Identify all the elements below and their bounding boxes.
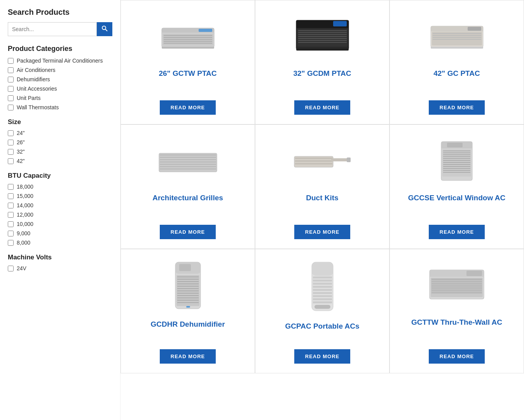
read-more-button[interactable]: READ MORE: [429, 349, 485, 364]
category-checkbox[interactable]: [8, 95, 14, 101]
category-checkbox[interactable]: [8, 86, 14, 92]
btu-item: 18,000: [8, 184, 112, 190]
size-checkbox[interactable]: [8, 149, 14, 155]
svg-rect-102: [431, 292, 482, 293]
category-item: Wall Thermostats: [8, 104, 112, 110]
svg-rect-10: [199, 29, 212, 32]
read-more-button[interactable]: READ MORE: [160, 349, 216, 364]
svg-rect-59: [443, 168, 470, 169]
svg-rect-83: [313, 280, 332, 282]
svg-rect-96: [431, 281, 482, 282]
search-row: [8, 22, 112, 36]
btu-item: 14,000: [8, 202, 112, 208]
svg-rect-99: [431, 287, 482, 287]
volts-checkbox[interactable]: [8, 266, 14, 271]
svg-rect-76: [177, 300, 199, 301]
volts-label: 24V: [17, 265, 26, 271]
btu-checkbox[interactable]: [8, 221, 14, 227]
size-checkbox[interactable]: [8, 140, 14, 145]
btu-checkbox[interactable]: [8, 240, 14, 246]
svg-rect-61: [443, 172, 470, 173]
read-more-button[interactable]: READ MORE: [429, 100, 485, 115]
svg-rect-60: [443, 170, 470, 171]
size-title: Size: [8, 118, 112, 126]
svg-rect-103: [466, 271, 482, 276]
product-image-area: [129, 260, 247, 313]
btu-item: 10,000: [8, 221, 112, 227]
btu-checkbox[interactable]: [8, 203, 14, 208]
svg-rect-27: [433, 33, 481, 34]
product-categories-title: Product Categories: [8, 45, 112, 53]
read-more-button[interactable]: READ MORE: [160, 225, 216, 239]
svg-rect-67: [177, 279, 199, 280]
svg-rect-55: [443, 160, 470, 161]
product-image-area: [263, 260, 381, 315]
svg-rect-52: [443, 154, 470, 155]
category-label: Packaged Terminal Air Conditioners: [17, 58, 103, 64]
btu-checkbox[interactable]: [8, 231, 14, 236]
size-item: 26": [8, 139, 112, 145]
category-checkbox[interactable]: [8, 77, 14, 82]
product-card: 26" GCTW PTAC READ MORE: [121, 0, 255, 124]
svg-rect-44: [295, 163, 332, 164]
svg-rect-31: [468, 27, 481, 31]
svg-rect-78: [186, 306, 190, 308]
product-title: GCDHR Dehumidifier: [150, 320, 225, 329]
svg-rect-46: [347, 158, 351, 162]
btu-label: 10,000: [17, 221, 33, 227]
category-checkbox[interactable]: [8, 58, 14, 64]
svg-rect-8: [164, 41, 212, 42]
svg-rect-75: [177, 298, 199, 298]
svg-rect-43: [295, 160, 332, 162]
svg-rect-90: [313, 301, 332, 303]
read-more-button[interactable]: READ MORE: [294, 100, 350, 115]
search-input[interactable]: [8, 22, 97, 36]
svg-rect-89: [313, 298, 332, 300]
category-checkbox[interactable]: [8, 67, 14, 73]
category-checkbox[interactable]: [8, 105, 14, 110]
categories-list: Packaged Terminal Air ConditionersAir Co…: [8, 58, 112, 110]
btu-label: 8,000: [17, 240, 30, 246]
svg-rect-88: [313, 295, 332, 297]
product-image: [433, 138, 480, 184]
svg-rect-5: [164, 35, 212, 36]
read-more-button[interactable]: READ MORE: [294, 349, 350, 364]
svg-rect-71: [177, 288, 199, 289]
read-more-button[interactable]: READ MORE: [429, 225, 485, 239]
svg-rect-91: [314, 305, 330, 309]
btu-title: BTU Capacity: [8, 172, 112, 180]
size-label: 32": [17, 149, 25, 155]
svg-rect-97: [431, 283, 482, 284]
svg-rect-18: [298, 36, 347, 37]
svg-rect-58: [443, 166, 470, 167]
btu-label: 12,000: [17, 212, 33, 218]
category-label: Wall Thermostats: [17, 104, 59, 110]
product-card: GCCSE Vertical Window AC READ MORE: [390, 124, 524, 249]
svg-rect-9: [164, 43, 212, 44]
svg-rect-86: [313, 289, 332, 291]
btu-checkbox[interactable]: [8, 184, 14, 190]
product-image-area: [398, 136, 516, 186]
svg-rect-37: [160, 161, 216, 163]
svg-point-0: [102, 26, 106, 30]
product-card: GCPAC Portable ACs READ MORE: [255, 249, 390, 373]
search-button[interactable]: [97, 22, 112, 36]
read-more-button[interactable]: READ MORE: [160, 100, 216, 115]
product-card: 32" GCDM PTAC READ MORE: [255, 0, 390, 124]
svg-rect-84: [313, 283, 332, 285]
size-checkbox[interactable]: [8, 158, 14, 164]
btu-checkbox[interactable]: [8, 193, 14, 199]
svg-rect-87: [313, 292, 332, 294]
svg-rect-68: [177, 281, 199, 282]
svg-rect-35: [160, 157, 216, 158]
read-more-button[interactable]: READ MORE: [294, 225, 350, 239]
svg-rect-14: [297, 29, 348, 47]
size-checkbox[interactable]: [8, 130, 14, 136]
size-label: 26": [17, 139, 25, 145]
svg-rect-45: [331, 158, 349, 161]
btu-checkbox[interactable]: [8, 212, 14, 218]
volts-list: 24V: [8, 265, 112, 271]
product-image: [429, 20, 485, 53]
volts-title: Machine Volts: [8, 254, 112, 261]
product-image-area: [398, 260, 516, 311]
